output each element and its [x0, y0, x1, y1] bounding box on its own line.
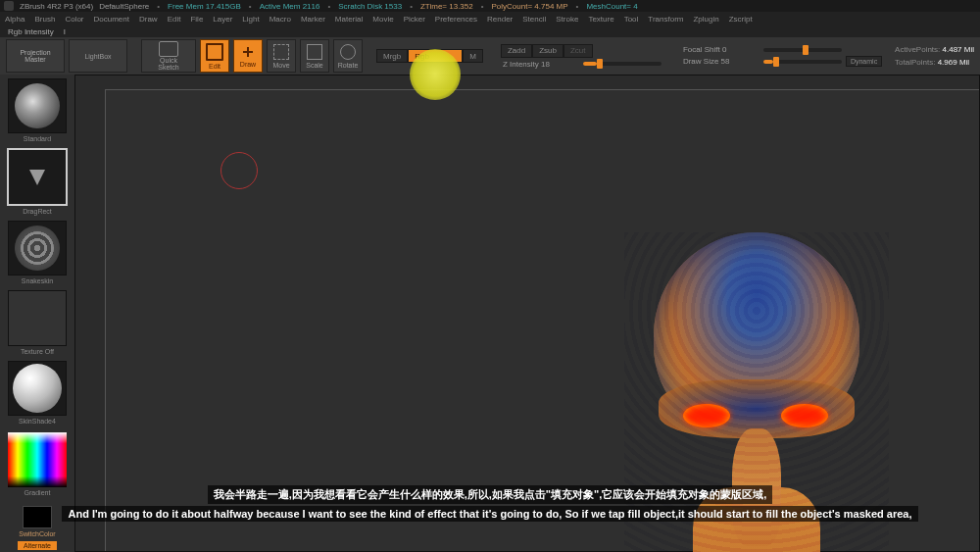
brush-cursor-icon — [220, 152, 258, 189]
move-button[interactable]: Move — [267, 39, 296, 73]
menu-render[interactable]: Render — [484, 15, 515, 24]
draw-icon — [241, 45, 255, 59]
snakeskin-icon — [15, 226, 60, 271]
mesh-info: ActivePoints: 4.487 Mil TotalPoints: 4.9… — [895, 45, 974, 67]
brush-swirl-icon — [15, 83, 60, 128]
rgb-button[interactable]: Rgb — [408, 49, 463, 63]
dragrect-arrow-icon — [29, 170, 45, 185]
stroke-thumbnail[interactable] — [7, 148, 68, 205]
ztime: ZTime= 13.352 — [420, 2, 473, 11]
menu-movie[interactable]: Movie — [369, 15, 396, 24]
status-bar: Rgb Intensity I — [0, 25, 980, 37]
draw-size-slider[interactable] — [763, 60, 842, 64]
sculpt-mesh — [624, 232, 889, 552]
z-intensity-slider[interactable] — [583, 62, 662, 66]
app-icon — [4, 1, 14, 11]
zcut-button[interactable]: Zcut — [564, 44, 593, 58]
menu-zscript[interactable]: Zscript — [726, 15, 756, 24]
rotate-icon — [340, 44, 356, 60]
menu-file[interactable]: File — [187, 15, 206, 24]
alternate-button[interactable]: Alternate — [18, 541, 57, 550]
menu-preferences[interactable]: Preferences — [432, 15, 480, 24]
status-value: I — [64, 27, 66, 36]
doc-name: DefaultSphere — [99, 2, 149, 11]
sketch-icon — [159, 41, 178, 57]
edit-button[interactable]: Edit — [200, 39, 229, 73]
scale-button[interactable]: Scale — [300, 39, 329, 73]
brush-thumbnail[interactable] — [8, 78, 67, 133]
draw-button[interactable]: Draw — [233, 39, 263, 73]
polycount: PolyCount= 4.754 MP — [492, 2, 568, 11]
scale-icon — [307, 44, 322, 60]
color-picker[interactable] — [8, 432, 67, 487]
menu-tool[interactable]: Tool — [621, 15, 642, 24]
texture-label: Texture Off — [21, 348, 54, 355]
menu-stencil[interactable]: Stencil — [519, 15, 549, 24]
menu-marker[interactable]: Marker — [298, 15, 328, 24]
menu-macro[interactable]: Macro — [267, 15, 294, 24]
material-sphere-icon — [13, 364, 62, 413]
top-shelf: ProjectionMaster LightBox QuickSketch Ed… — [0, 37, 980, 75]
menu-texture[interactable]: Texture — [585, 15, 616, 24]
gradient-label[interactable]: Gradient — [24, 489, 51, 496]
viewport[interactable] — [74, 75, 980, 552]
z-intensity-label: Z Intensity 18 — [503, 60, 579, 69]
stroke-label: DragRect — [23, 208, 52, 215]
lightbox-button[interactable]: LightBox — [69, 39, 127, 73]
color-swatch[interactable] — [23, 506, 52, 528]
edit-icon — [206, 43, 223, 61]
scratch-disk: Scratch Disk 1533 — [338, 2, 402, 11]
menu-transform[interactable]: Transform — [645, 15, 686, 24]
left-tray: Standard DragRect Snakeskin Texture Off … — [0, 75, 74, 552]
focal-shift-slider[interactable] — [763, 48, 842, 52]
app-name: ZBrush 4R2 P3 (x64) — [20, 2, 93, 11]
menu-material[interactable]: Material — [332, 15, 366, 24]
menu-light[interactable]: Light — [239, 15, 262, 24]
brush-label: Standard — [24, 135, 51, 142]
material-label: SkinShade4 — [19, 418, 56, 425]
quick-sketch-button[interactable]: QuickSketch — [141, 39, 196, 73]
zsub-button[interactable]: Zsub — [532, 44, 564, 58]
m-button[interactable]: M — [463, 49, 483, 63]
status-label: Rgb Intensity — [8, 27, 54, 36]
material-thumbnail[interactable] — [8, 361, 67, 416]
free-mem: Free Mem 17.415GB — [168, 2, 241, 11]
menu-stroke[interactable]: Stroke — [553, 15, 581, 24]
menu-brush[interactable]: Brush — [31, 15, 58, 24]
switchcolor-button[interactable]: SwitchColor — [19, 530, 55, 537]
menu-zplugin[interactable]: Zplugin — [690, 15, 721, 24]
titlebar: ZBrush 4R2 P3 (x64) DefaultSphere • Free… — [0, 0, 980, 12]
menubar: Alpha Brush Color Document Draw Edit Fil… — [0, 12, 980, 25]
menu-edit[interactable]: Edit — [165, 15, 184, 24]
alpha-label: Snakeskin — [22, 277, 53, 284]
draw-size-label: Draw Size 58 — [683, 57, 760, 66]
active-mem: Active Mem 2116 — [260, 2, 320, 11]
menu-color[interactable]: Color — [62, 15, 86, 24]
mrgb-button[interactable]: Mrgb — [376, 49, 408, 63]
menu-layer[interactable]: Layer — [210, 15, 235, 24]
move-icon — [273, 44, 289, 60]
meshcount: MeshCount= 4 — [586, 2, 637, 11]
texture-thumbnail[interactable] — [8, 290, 67, 345]
dynamic-button[interactable]: Dynamic — [846, 56, 882, 67]
menu-draw[interactable]: Draw — [136, 15, 161, 24]
rotate-button[interactable]: Rotate — [333, 39, 363, 73]
menu-picker[interactable]: Picker — [401, 15, 428, 24]
alpha-thumbnail[interactable] — [8, 221, 67, 276]
zadd-button[interactable]: Zadd — [501, 44, 532, 58]
projection-master-button[interactable]: ProjectionMaster — [6, 39, 65, 73]
menu-alpha[interactable]: Alpha — [2, 15, 27, 24]
focal-shift-label: Focal Shift 0 — [683, 45, 760, 54]
menu-document[interactable]: Document — [91, 15, 132, 24]
